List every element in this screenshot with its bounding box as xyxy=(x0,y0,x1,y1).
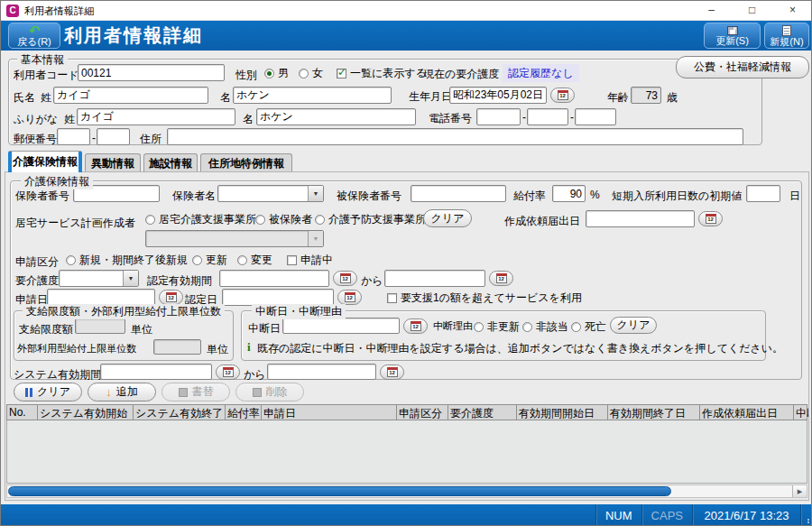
back-button[interactable]: ↶ 戻る(R) xyxy=(8,23,60,49)
name-label: 氏名 xyxy=(14,90,35,106)
add-button[interactable]: ↓ 追加 xyxy=(88,383,156,401)
reason-no-renewal-radio[interactable]: 非更新 xyxy=(474,319,520,335)
zip-input-1[interactable] xyxy=(57,128,90,145)
interruption-reason-label: 中断理由 xyxy=(433,319,473,333)
limit-group-title: 支給限度額・外部利用型給付上限単位数 xyxy=(23,304,225,319)
close-icon[interactable]: × xyxy=(772,1,812,21)
col-care-level[interactable]: 要介護度 xyxy=(448,405,517,420)
furigana-label: ふりがな xyxy=(14,112,58,127)
over-limit-checkbox[interactable]: 要支援1の額を超えてサービスを利用 xyxy=(387,291,582,306)
col-app-date[interactable]: 申請日 xyxy=(262,405,397,420)
col-valid-end[interactable]: 有効期間終了日 xyxy=(608,405,700,420)
benefit-rate-label: 給付率 xyxy=(513,189,546,204)
planner-option-label: 介護予防支援事業所 xyxy=(328,212,426,227)
col-valid-start[interactable]: 有効期間開始日 xyxy=(517,405,608,420)
app-type-new-radio[interactable]: 新規・期間終了後新規 xyxy=(66,253,188,268)
back-button-label: 戻る(R) xyxy=(17,36,51,47)
valid-period-end-calendar-button[interactable]: 12 xyxy=(489,271,513,286)
interruption-date-calendar-button[interactable]: 12 xyxy=(403,318,428,334)
insurance-group-title: 介護保険情報 xyxy=(21,174,93,189)
planner-option-kyotaku[interactable]: 居宅介護支援事業所 xyxy=(145,212,256,227)
address-input[interactable] xyxy=(167,128,743,145)
history-table-body[interactable] xyxy=(6,420,807,484)
reason-not-applicable-radio[interactable]: 非該当 xyxy=(522,319,568,335)
planner-clear-button[interactable]: クリア xyxy=(423,209,472,227)
col-sys-end[interactable]: システム有効終了 xyxy=(134,405,226,420)
application-date-calendar-button[interactable]: 12 xyxy=(159,290,183,305)
calendar-icon: 12 xyxy=(340,273,351,283)
planner-option-label: 居宅介護支援事業所 xyxy=(159,212,256,227)
last-name-input[interactable] xyxy=(53,87,208,104)
col-no[interactable]: No. xyxy=(7,405,38,420)
app-type-change-radio[interactable]: 変更 xyxy=(237,253,272,268)
system-period-start-calendar-button[interactable]: 12 xyxy=(216,365,240,380)
tab-idou[interactable]: 異動情報 xyxy=(85,153,141,172)
col-app-type[interactable]: 申請区分 xyxy=(397,405,448,420)
ext-limit-label: 外部利用型給付上限単位数 xyxy=(17,342,136,355)
app-icon: C xyxy=(6,5,19,17)
tab-kaigo-hoken[interactable]: 介護保険情報 xyxy=(8,151,82,172)
short-stay-label: 短期入所利用日数の初期値 xyxy=(612,189,742,204)
phone-input-2[interactable] xyxy=(527,108,568,125)
valid-period-start-input[interactable] xyxy=(219,270,329,287)
clear-button[interactable]: クリア xyxy=(14,383,82,401)
gender-male-label: 男 xyxy=(278,66,289,81)
new-button[interactable]: 新規(N) xyxy=(764,23,809,49)
dropdown-arrow-icon[interactable]: ▼ xyxy=(308,186,323,201)
planner-option-hihokensha[interactable]: 被保険者 xyxy=(255,212,312,227)
col-sys-start[interactable]: システム有効開始 xyxy=(38,405,134,420)
reason-clear-button[interactable]: クリア xyxy=(610,317,657,334)
benefit-rate-input[interactable] xyxy=(552,185,586,202)
app-type-renew-radio[interactable]: 更新 xyxy=(192,253,227,268)
col-rate[interactable]: 給付率 xyxy=(226,405,262,420)
insurer-name-select[interactable]: ▼ xyxy=(217,185,324,202)
scrollbar-thumb[interactable] xyxy=(8,486,671,496)
horizontal-scrollbar[interactable]: ▶ xyxy=(6,484,807,498)
valid-period-end-input[interactable] xyxy=(384,270,485,287)
applying-checkbox[interactable]: 申請中 xyxy=(287,253,333,268)
scrollbar-right-arrow-icon[interactable]: ▶ xyxy=(792,485,807,497)
minimize-icon[interactable]: – xyxy=(691,1,732,21)
request-date-calendar-button[interactable]: 12 xyxy=(698,211,723,226)
certified-date-calendar-button[interactable]: 12 xyxy=(337,290,362,305)
checkbox-checked-icon: ✓ xyxy=(337,69,346,78)
phone-input-1[interactable] xyxy=(476,108,521,125)
dropdown-arrow-icon[interactable]: ▼ xyxy=(123,271,138,286)
short-stay-input[interactable] xyxy=(746,185,780,202)
care-level-select[interactable]: ▼ xyxy=(59,270,139,287)
resize-grip[interactable] xyxy=(800,504,812,526)
system-period-end-input[interactable] xyxy=(267,364,376,380)
limit-unit-label: 単位 xyxy=(131,322,152,337)
update-button-label: 更新(S) xyxy=(715,35,749,46)
user-code-input[interactable] xyxy=(78,64,225,81)
phone-input-3[interactable] xyxy=(575,108,616,125)
col-request-date[interactable]: 作成依頼届出日 xyxy=(700,405,794,420)
system-period-end-calendar-button[interactable]: 12 xyxy=(380,365,404,380)
checkbox-icon xyxy=(387,293,397,303)
col-interruption[interactable]: 中断日 xyxy=(794,405,808,420)
furigana-first-input[interactable] xyxy=(256,108,416,125)
tab-juushochi-tokurei[interactable]: 住所地特例情報 xyxy=(200,153,292,172)
first-name-input[interactable] xyxy=(233,87,392,104)
insured-no-input[interactable] xyxy=(411,185,506,202)
system-period-start-input[interactable] xyxy=(100,364,212,380)
birth-date-input[interactable] xyxy=(449,87,547,104)
gender-male-radio[interactable]: 男 xyxy=(264,66,289,81)
tab-shisetsu[interactable]: 施設情報 xyxy=(143,153,198,172)
kouhi-info-button[interactable]: 公費・社福軽減情報 xyxy=(676,56,809,78)
interruption-date-input[interactable] xyxy=(282,318,400,334)
furigana-last-input[interactable] xyxy=(77,108,235,125)
maximize-icon[interactable]: □ xyxy=(732,1,772,21)
rewrite-button-label: 書替 xyxy=(192,384,214,400)
gender-female-radio[interactable]: 女 xyxy=(299,66,323,81)
reason-death-radio[interactable]: 死亡 xyxy=(571,319,606,335)
valid-period-start-calendar-button[interactable]: 12 xyxy=(333,271,357,286)
birth-calendar-button[interactable]: 12 xyxy=(550,88,575,103)
zip-input-2[interactable] xyxy=(97,128,130,145)
request-date-input[interactable] xyxy=(586,210,695,227)
clear-icon xyxy=(25,388,32,397)
show-in-list-checkbox[interactable]: ✓一覧に表示する xyxy=(337,66,427,81)
valid-period-from-label: から xyxy=(361,273,383,289)
update-button[interactable]: 更新(S) xyxy=(704,23,761,49)
planner-option-yobou[interactable]: 介護予防支援事業所 xyxy=(315,212,426,227)
